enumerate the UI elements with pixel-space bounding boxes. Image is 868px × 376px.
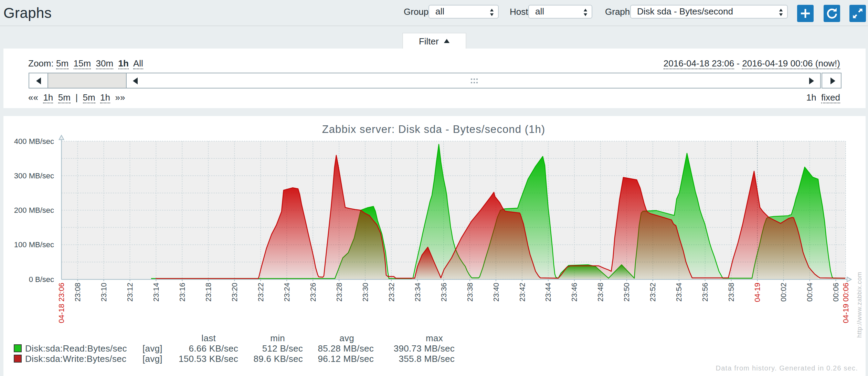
- svg-text:96.12 MB/sec: 96.12 MB/sec: [318, 354, 374, 364]
- svg-text:23:12: 23:12: [126, 283, 134, 302]
- svg-text:89.6 KB/sec: 89.6 KB/sec: [254, 354, 303, 364]
- svg-text:23:24: 23:24: [283, 283, 291, 302]
- svg-text:23:34: 23:34: [413, 283, 422, 302]
- svg-text:23:18: 23:18: [204, 283, 213, 302]
- svg-text:23:16: 23:16: [178, 283, 187, 302]
- svg-text:23:40: 23:40: [492, 283, 500, 302]
- svg-text:85.28 MB/sec: 85.28 MB/sec: [318, 343, 374, 354]
- svg-text:23:58: 23:58: [727, 283, 735, 302]
- svg-text:Disk:sda:Read:Bytes/sec: Disk:sda:Read:Bytes/sec: [25, 343, 127, 354]
- svg-text:[avg]: [avg]: [142, 343, 162, 354]
- svg-text:04-18 23:06: 04-18 23:06: [57, 283, 66, 323]
- svg-text:23:14: 23:14: [152, 283, 160, 302]
- svg-text:23:48: 23:48: [596, 283, 605, 302]
- svg-text:512 B/sec: 512 B/sec: [262, 343, 303, 354]
- svg-text:min: min: [270, 333, 285, 343]
- svg-text:23:20: 23:20: [230, 283, 239, 302]
- svg-text:300 MB/sec: 300 MB/sec: [14, 171, 54, 180]
- svg-text:23:38: 23:38: [466, 283, 474, 302]
- svg-text:23:28: 23:28: [335, 283, 343, 302]
- svg-text:390.73 MB/sec: 390.73 MB/sec: [394, 343, 455, 354]
- svg-text:200 MB/sec: 200 MB/sec: [14, 206, 54, 215]
- svg-text:400 MB/sec: 400 MB/sec: [14, 137, 54, 146]
- svg-text:00:04: 00:04: [805, 283, 814, 302]
- svg-text:http://www.zabbix.com: http://www.zabbix.com: [856, 272, 863, 338]
- svg-text:Disk:sda:Write:Bytes/sec: Disk:sda:Write:Bytes/sec: [25, 354, 126, 364]
- svg-text:[avg]: [avg]: [142, 354, 162, 364]
- svg-text:23:10: 23:10: [99, 283, 108, 302]
- svg-text:23:26: 23:26: [309, 283, 317, 302]
- svg-text:Data from history. Generated i: Data from history. Generated in 0.26 sec…: [716, 364, 858, 372]
- svg-text:Zabbix server: Disk sda - Byte: Zabbix server: Disk sda - Bytes/second (…: [322, 123, 546, 135]
- svg-text:23:42: 23:42: [518, 283, 527, 302]
- svg-text:355.8 MB/sec: 355.8 MB/sec: [399, 354, 455, 364]
- svg-text:23:54: 23:54: [675, 283, 683, 302]
- svg-text:23:22: 23:22: [256, 283, 265, 302]
- svg-text:avg: avg: [339, 333, 354, 343]
- svg-text:6.66 KB/sec: 6.66 KB/sec: [189, 343, 239, 354]
- svg-text:0 B/sec: 0 B/sec: [29, 275, 54, 284]
- svg-text:100 MB/sec: 100 MB/sec: [14, 240, 54, 249]
- svg-text:23:44: 23:44: [544, 283, 552, 302]
- svg-text:23:36: 23:36: [440, 283, 448, 302]
- svg-text:04-19 00:06: 04-19 00:06: [841, 283, 850, 323]
- svg-text:23:46: 23:46: [570, 283, 579, 302]
- svg-text:23:50: 23:50: [622, 283, 631, 302]
- svg-text:23:56: 23:56: [701, 283, 709, 302]
- svg-text:00:02: 00:02: [779, 283, 788, 302]
- svg-text:04-19: 04-19: [753, 283, 762, 302]
- svg-text:23:08: 23:08: [73, 283, 82, 302]
- svg-text:23:52: 23:52: [648, 283, 657, 302]
- svg-text:00:06: 00:06: [832, 283, 840, 302]
- svg-text:max: max: [426, 333, 443, 343]
- svg-text:23:30: 23:30: [361, 283, 370, 302]
- svg-text:150.53 KB/sec: 150.53 KB/sec: [179, 354, 238, 364]
- svg-text:last: last: [201, 333, 216, 343]
- svg-text:23:32: 23:32: [387, 283, 396, 302]
